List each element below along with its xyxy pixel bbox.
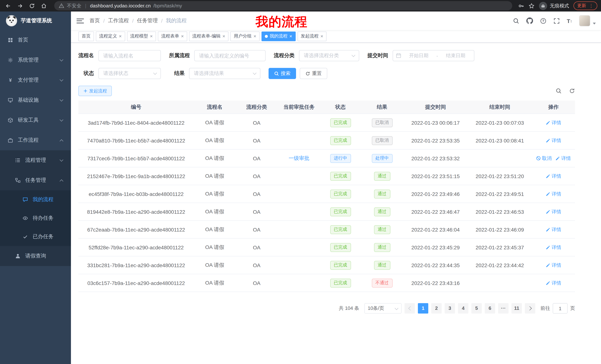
key-icon[interactable] [518,3,524,9]
column-header[interactable]: 操作 [532,104,575,110]
page-button[interactable]: 5 [471,303,482,314]
detail-link[interactable]: 详情 [546,280,561,286]
breadcrumb-item[interactable]: 我的流程 [166,18,187,24]
column-header[interactable]: 编号 [78,104,194,110]
breadcrumb-item[interactable]: 首页 [90,18,100,24]
sidebar-item[interactable]: 研发工具 [0,110,71,130]
page-button[interactable]: 3 [445,303,455,314]
close-icon[interactable]: × [222,34,225,38]
end-date-placeholder[interactable]: 结束日期 [440,52,471,59]
sidebar-item[interactable]: 已办任务 [0,228,71,246]
browser-forward-icon[interactable] [16,1,25,10]
process-id: 819442e8-7b9a-11ec-a290-acde48001122 [78,209,194,215]
goto-page-input[interactable] [553,303,568,314]
browser-menu-icon[interactable]: ⋮ [589,3,594,9]
refresh-icon[interactable] [569,88,575,94]
detail-link[interactable]: 详情 [546,191,561,197]
bookmark-star-icon[interactable] [529,3,534,9]
reset-button[interactable]: 重置 [300,68,327,79]
tab[interactable]: 流程表单 × [158,31,187,41]
more-pages-button[interactable]: ··· [498,303,509,314]
help-icon[interactable]: ? [540,18,546,24]
browser-update-button[interactable]: 更新 ⋮ [573,1,597,10]
detail-link[interactable]: 详情 [546,119,561,126]
github-icon[interactable] [526,18,533,24]
parent-process-input[interactable] [194,50,266,61]
tab[interactable]: 首页 [78,31,94,41]
browser-reload-icon[interactable] [28,1,36,10]
breadcrumb-item[interactable]: 工作流程 [108,18,129,24]
column-header[interactable]: 提交时间 [403,104,468,110]
create-process-button[interactable]: 发起流程 [78,86,112,96]
detail-link[interactable]: 详情 [546,244,561,251]
process-name-input[interactable] [99,50,161,61]
prev-page-button[interactable] [404,303,415,314]
sidebar-item[interactable]: 我的流程 [0,190,71,209]
browser-back-icon[interactable] [4,1,13,10]
search-button[interactable]: 搜索 [269,68,296,79]
sidebar-item[interactable]: 工作流程 [0,130,71,150]
cancel-link[interactable]: 取消 [536,155,551,162]
close-icon[interactable]: × [320,34,323,38]
column-header[interactable]: 结果 [361,104,403,110]
result-cell: 通过 [361,207,403,216]
sidebar-item[interactable]: 任务管理 [0,170,71,190]
hamburger-icon[interactable] [77,18,84,23]
breadcrumb-item[interactable]: 任务管理 [137,18,158,24]
tab[interactable]: 流程表单-编辑 × [189,31,229,41]
address-bar[interactable]: 不安全 | dashboard.yudao.iocoder.cn/bpm/tas… [54,1,512,10]
process-category: OA [235,155,278,161]
column-header[interactable]: 结束时间 [468,104,532,110]
close-icon[interactable]: × [150,34,153,38]
start-date-placeholder[interactable]: 开始日期 [403,52,434,59]
close-icon[interactable]: × [119,34,122,38]
detail-link[interactable]: 详情 [546,226,561,233]
detail-link[interactable]: 详情 [546,262,561,268]
tab[interactable]: 流程定义 × [96,31,125,41]
sidebar-item[interactable]: 基础设施 [0,90,71,110]
search-icon[interactable] [513,18,519,24]
user-avatar[interactable] [579,15,596,26]
category-select[interactable]: 请选择流程分类 [299,50,359,61]
page-button[interactable]: 11 [511,303,522,314]
page-button[interactable]: 2 [431,303,442,314]
current-task-link[interactable]: 一级审批 [289,155,310,161]
url-separator: | [85,3,86,9]
tab[interactable]: 我的流程 × [261,31,295,41]
column-header[interactable]: 状态 [320,104,361,110]
next-page-button[interactable] [525,303,535,314]
filter-row-2: 状态 请选择状态 结果 请选择流结果 [78,68,575,79]
close-icon[interactable]: × [289,34,292,38]
font-size-icon[interactable]: T↕ [567,18,572,24]
close-icon[interactable]: × [181,34,184,38]
detail-link[interactable]: 详情 [546,137,561,144]
show-search-icon[interactable] [556,88,562,94]
tab[interactable]: 发起流程 × [297,31,327,41]
column-header[interactable]: 流程分类 [235,104,278,110]
sidebar-item[interactable]: ¥ 支付管理 [0,70,71,90]
sidebar-item[interactable]: 请假查询 [0,246,71,266]
browser-home-icon[interactable] [39,1,48,10]
detail-link[interactable]: 详情 [555,155,571,162]
tab[interactable]: 流程模型 × [127,31,156,41]
process-name: OA 请假 [194,244,235,251]
status-select[interactable]: 请选择状态 [99,68,161,79]
tab[interactable]: 用户分组 × [230,31,260,41]
fullscreen-icon[interactable] [553,18,560,24]
page-size-select[interactable]: 10条/页 [364,303,401,314]
page-button[interactable]: 1 [418,303,428,314]
close-icon[interactable]: × [253,34,256,38]
detail-link[interactable]: 详情 [546,208,561,215]
sidebar-item[interactable]: 流程管理 [0,150,71,170]
column-header[interactable]: 当前审批任务 [278,104,320,110]
submit-time-range-picker[interactable]: 开始日期 - 结束日期 [393,50,474,61]
sidebar-item[interactable]: 系统管理 [0,50,71,70]
detail-link[interactable]: 详情 [546,173,561,179]
sidebar-item[interactable]: 待办任务 [0,209,71,228]
submit-time: 2022-01-22 23:53:35 [403,137,468,144]
page-button[interactable]: 4 [458,303,468,314]
column-header[interactable]: 流程名 [194,104,235,110]
result-select[interactable]: 请选择流结果 [189,68,260,79]
page-button[interactable]: 6 [485,303,495,314]
sidebar-item[interactable]: 首页 [0,30,71,50]
